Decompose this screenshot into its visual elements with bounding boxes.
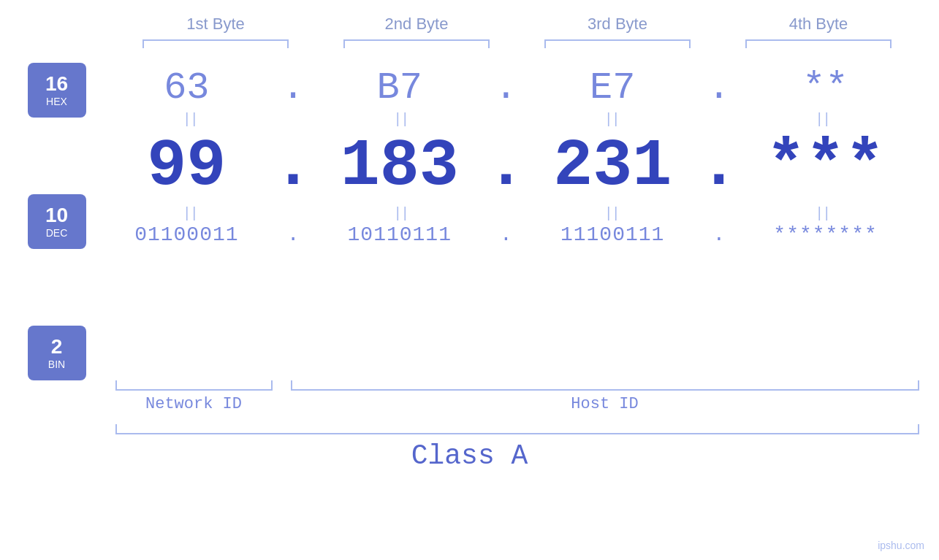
bottom-bracket-gap	[273, 380, 291, 391]
hex-byte1: 63	[113, 66, 259, 110]
dec-dot1: .	[278, 129, 308, 204]
eq1-b4: ||	[742, 111, 902, 128]
hex-byte3: E7	[539, 66, 685, 110]
top-brackets	[115, 39, 919, 48]
dec-dot3: .	[704, 129, 734, 204]
dec-dot2: .	[491, 129, 520, 204]
eq1-b1: ||	[110, 111, 270, 128]
eq2-b2: ||	[320, 205, 481, 222]
hex-row: 63 . B7 . E7 . **	[104, 66, 908, 110]
dec-byte2: 183	[327, 129, 473, 204]
eq1-b2: ||	[320, 111, 481, 128]
top-bracket-2	[343, 39, 490, 48]
dec-badge: 10 DEC	[28, 194, 86, 249]
network-id-label: Network ID	[115, 395, 273, 413]
bin-byte1: 01100011	[113, 223, 259, 246]
label-gap	[273, 395, 291, 413]
byte-headers: 1st Byte 2nd Byte 3rd Byte 4th Byte	[115, 15, 919, 34]
top-bracket-3	[544, 39, 691, 48]
dec-byte4: ***	[753, 129, 899, 204]
byte1-header: 1st Byte	[135, 15, 296, 34]
byte4-header: 4th Byte	[738, 15, 899, 34]
hex-byte2: B7	[327, 66, 473, 110]
eq2-b3: ||	[531, 205, 692, 222]
hex-dot1: .	[278, 66, 308, 110]
big-bottom-bracket	[115, 424, 919, 434]
dec-badge-label: DEC	[46, 227, 68, 239]
badges-column: 16 HEX 10 DEC 2 BIN	[9, 55, 104, 380]
bin-dot3: .	[704, 223, 734, 246]
bottom-brackets	[115, 380, 919, 391]
bottom-bracket-network	[115, 380, 273, 391]
bin-byte4: ********	[753, 223, 899, 246]
dec-row: 99 . 183 . 231 . ***	[104, 129, 908, 204]
eq1-b3: ||	[531, 111, 692, 128]
content-area: 16 HEX 10 DEC 2 BIN 63 .	[9, 55, 930, 380]
top-bracket-1	[142, 39, 289, 48]
equals-row-1: || || || ||	[104, 110, 908, 129]
bin-dot2: .	[491, 223, 520, 246]
eq2-b4: ||	[742, 205, 902, 222]
hex-dot2: .	[491, 66, 520, 110]
bin-byte2: 10110111	[327, 223, 473, 246]
bottom-bracket-host	[291, 380, 919, 391]
hex-badge-label: HEX	[46, 96, 67, 107]
ip-rows: 63 . B7 . E7 . **	[104, 55, 930, 250]
hex-badge: 16 HEX	[28, 63, 86, 118]
main-container: 1st Byte 2nd Byte 3rd Byte 4th Byte 16 H…	[0, 0, 939, 560]
bin-badge: 2 BIN	[28, 326, 86, 380]
hex-byte4: **	[753, 66, 899, 110]
bottom-labels: Network ID Host ID	[115, 395, 919, 413]
bin-row: 01100011 . 10110111 . 11100111 .	[104, 223, 908, 246]
bin-badge-number: 2	[51, 336, 63, 358]
byte2-header: 2nd Byte	[336, 15, 497, 34]
bin-badge-label: BIN	[48, 358, 65, 370]
watermark: ipshu.com	[878, 540, 924, 551]
bin-dot1: .	[278, 223, 308, 246]
equals-row-2: || || || ||	[104, 204, 908, 223]
class-label: Class A	[0, 440, 939, 472]
top-bracket-4	[745, 39, 892, 48]
dec-badge-number: 10	[45, 204, 68, 227]
bin-byte3: 11100111	[539, 223, 685, 246]
eq2-b1: ||	[110, 205, 270, 222]
dec-byte3: 231	[539, 129, 685, 204]
dec-byte1: 99	[113, 129, 259, 204]
host-id-label: Host ID	[291, 395, 919, 413]
bottom-section: Network ID Host ID	[115, 380, 919, 413]
hex-badge-number: 16	[45, 73, 68, 96]
byte3-header: 3rd Byte	[537, 15, 698, 34]
hex-dot3: .	[704, 66, 734, 110]
